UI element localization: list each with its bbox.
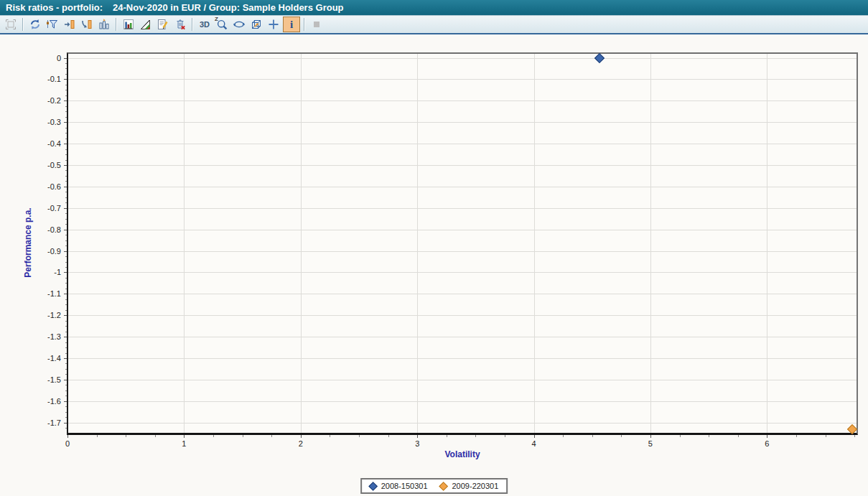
x-tick-minor [475, 435, 476, 437]
y-tick-minor [65, 332, 67, 332]
y-tick-label: -0.4 [32, 139, 61, 148]
toolbar-shift-down-button[interactable] [79, 17, 95, 32]
x-tick-label: 4 [520, 439, 549, 448]
y-tick-label: 0 [32, 54, 61, 62]
x-tick-major [184, 435, 185, 438]
gridline-vertical [301, 54, 302, 433]
toolbar-crosshair-button[interactable] [266, 17, 281, 32]
y-tick-minor [65, 63, 67, 64]
y-tick-minor [65, 256, 67, 257]
3d-toggle-glyph: 3D [200, 20, 210, 29]
y-tick-minor [65, 240, 67, 241]
toolbar-edit-notes-button[interactable] [155, 17, 171, 32]
toolbar-info-button[interactable]: i [283, 17, 300, 32]
y-tick-minor [65, 342, 67, 343]
y-tick-minor [65, 245, 67, 246]
y-tick-minor [65, 235, 67, 235]
x-tick-minor [709, 435, 709, 437]
x-tick-minor [359, 435, 360, 437]
x-tick-label: 6 [752, 439, 781, 448]
x-tick-minor [563, 435, 564, 437]
gridline-horizontal [68, 187, 857, 187]
x-tick-minor [97, 435, 98, 437]
toolbar-scale-bars-button[interactable] [96, 17, 112, 32]
legend-item-2008-150301: 2008-150301 [370, 482, 428, 490]
gridline-horizontal [68, 230, 857, 230]
y-tick-minor [65, 128, 67, 128]
y-tick-label: -1.5 [32, 375, 61, 384]
x-tick-minor [826, 435, 826, 437]
y-tick-major [64, 401, 67, 402]
y-tick-minor [65, 304, 67, 305]
y-tick-major [64, 58, 67, 59]
gridline-horizontal [68, 272, 857, 273]
chart-panel: 01234560-0.1-0.2-0.3-0.4-0.5-0.6-0.7-0.8… [0, 34, 868, 496]
y-tick-minor [65, 90, 67, 90]
y-tick-major [64, 230, 67, 230]
y-tick-minor [65, 267, 67, 268]
x-tick-label: 0 [53, 439, 82, 448]
y-tick-minor [65, 68, 67, 69]
y-tick-label: -1.3 [32, 332, 61, 341]
y-tick-minor [65, 353, 67, 354]
toolbar-filter-properties-button[interactable] [45, 17, 60, 32]
y-tick-minor [65, 160, 67, 161]
y-tick-minor [65, 176, 67, 177]
x-tick-minor [155, 435, 156, 437]
gridline-horizontal [68, 208, 857, 209]
y-tick-minor [65, 289, 67, 289]
window-titlebar: Risk ratios - portfolio:24-Nov-2020 in E… [0, 0, 868, 16]
plot-area[interactable] [68, 54, 857, 433]
y-tick-major [64, 122, 67, 123]
toolbar-rotate-button[interactable] [231, 17, 247, 32]
x-tick-minor [592, 435, 593, 437]
y-tick-major [64, 208, 67, 209]
chart-toolbar: 3DZi [0, 16, 868, 34]
y-tick-label: -0.1 [32, 75, 61, 83]
gridline-horizontal [68, 358, 857, 359]
y-tick-minor [65, 224, 67, 225]
toolbar-zoom-button[interactable]: Z [214, 17, 230, 32]
y-tick-minor [65, 283, 67, 284]
x-tick-major [417, 435, 418, 438]
gridline-vertical [534, 54, 535, 433]
toolbar-3d-toggle-button[interactable]: 3D [197, 17, 213, 32]
gridline-horizontal [68, 165, 857, 166]
gridline-horizontal [68, 380, 857, 380]
gridline-horizontal [68, 100, 857, 101]
gridline-vertical [417, 54, 418, 433]
info-glyph: i [290, 19, 293, 31]
y-tick-minor [65, 74, 67, 75]
toolbar-shift-right-button[interactable] [62, 17, 78, 32]
toolbar-bar-chart-button[interactable] [121, 17, 136, 32]
y-tick-minor [65, 390, 67, 391]
y-tick-major [64, 165, 67, 166]
toolbar-select-region-button [3, 17, 19, 32]
x-tick-minor [126, 435, 126, 437]
y-tick-minor [65, 106, 67, 107]
gridline-horizontal [68, 401, 857, 402]
gridline-horizontal [68, 79, 857, 80]
toolbar-refresh-button[interactable] [27, 17, 43, 32]
y-tick-minor [65, 385, 67, 385]
toolbar-separator [22, 18, 24, 31]
x-tick-major [67, 435, 68, 438]
legend-label: 2009-220301 [452, 482, 499, 490]
toolbar-perspective-button[interactable] [248, 17, 264, 32]
window-title-detail: 24-Nov-2020 in EUR / Group: Sample Holde… [113, 2, 343, 13]
toolbar-area-chart-button[interactable] [138, 17, 154, 32]
y-tick-label: -0.8 [32, 225, 61, 234]
y-tick-label: -0.3 [32, 118, 61, 126]
x-tick-minor [738, 435, 739, 437]
y-tick-minor [65, 111, 67, 112]
x-axis-title: Volatility [67, 449, 857, 459]
y-tick-minor [65, 117, 67, 118]
y-tick-major [64, 358, 67, 359]
y-tick-minor [65, 170, 67, 171]
y-tick-minor [65, 181, 67, 182]
gridline-horizontal [68, 58, 857, 59]
y-tick-minor [65, 369, 67, 370]
toolbar-delete-button[interactable] [172, 17, 188, 32]
x-tick-label: 2 [286, 439, 315, 448]
gridline-horizontal [68, 423, 857, 424]
